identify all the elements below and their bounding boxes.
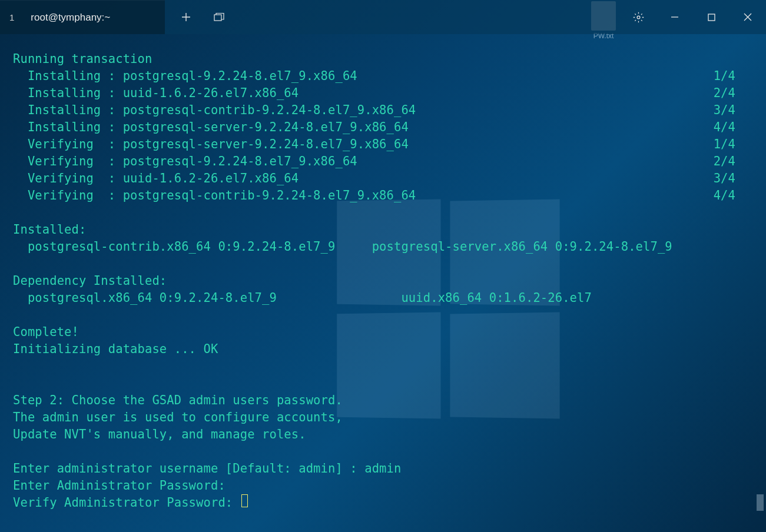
- install-label: Installing : postgresql-contrib-9.2.24-8…: [13, 102, 416, 119]
- install-label: Installing : postgresql-9.2.24-8.el7_9.x…: [13, 68, 357, 85]
- output-line: postgresql.x86_64 0:9.2.24-8.el7_9 uuid.…: [13, 290, 592, 307]
- install-progress: 1/4: [714, 68, 753, 85]
- output-line: Enter Administrator Password:: [13, 477, 226, 494]
- svg-point-1: [637, 16, 640, 19]
- output-line: Complete!: [13, 324, 79, 341]
- output-line: Enter administrator username [Default: a…: [13, 460, 401, 477]
- close-icon: [744, 13, 752, 21]
- install-row: Verifying : postgresql-contrib-9.2.24-8.…: [13, 187, 753, 204]
- install-row: Installing : postgresql-server-9.2.24-8.…: [13, 119, 753, 136]
- output-line: Dependency Installed:: [13, 272, 167, 290]
- tabs-icon: [214, 12, 224, 22]
- install-row: Verifying : uuid-1.6.2-26.el7.x86_643/4: [13, 170, 753, 187]
- output-line: Update NVT's manually, and manage roles.: [13, 426, 306, 443]
- install-progress: 1/4: [714, 136, 753, 153]
- install-progress: 3/4: [714, 170, 753, 187]
- scrollbar-thumb[interactable]: [757, 494, 764, 511]
- window-controls: [620, 0, 766, 34]
- install-row: Installing : uuid-1.6.2-26.el7.x86_642/4: [13, 85, 753, 102]
- install-row: Verifying : postgresql-server-9.2.24-8.e…: [13, 136, 753, 153]
- gear-icon: [633, 12, 644, 23]
- install-progress: 2/4: [714, 85, 753, 102]
- minimize-button[interactable]: [656, 0, 693, 34]
- output-line: Initializing database ... OK: [13, 341, 218, 358]
- svg-rect-0: [214, 15, 221, 21]
- install-row: Verifying : postgresql-9.2.24-8.el7_9.x8…: [13, 153, 753, 170]
- terminal-output[interactable]: Running transaction Installing : postgre…: [0, 34, 766, 523]
- titlebar-rest: [165, 0, 766, 34]
- install-progress: 4/4: [714, 119, 753, 136]
- install-progress: 2/4: [714, 153, 753, 170]
- output-line: Installed:: [13, 221, 86, 238]
- tab-title: root@tymphany:~: [31, 12, 110, 24]
- install-row: Installing : postgresql-contrib-9.2.24-8…: [13, 102, 753, 119]
- install-progress: 4/4: [714, 187, 753, 204]
- terminal-cursor: [241, 494, 248, 507]
- output-line: The admin user is used to configure acco…: [13, 409, 343, 426]
- close-button[interactable]: [729, 0, 766, 34]
- install-label: Verifying : postgresql-9.2.24-8.el7_9.x8…: [13, 153, 357, 170]
- maximize-button[interactable]: [693, 0, 729, 34]
- output-line: Step 2: Choose the GSAD admin users pass…: [13, 392, 343, 409]
- maximize-icon: [708, 14, 715, 21]
- output-line: Running transaction: [13, 51, 152, 68]
- minimize-icon: [671, 13, 679, 21]
- new-tab-button[interactable]: [170, 0, 203, 34]
- svg-rect-2: [708, 14, 715, 21]
- install-label: Installing : postgresql-server-9.2.24-8.…: [13, 119, 409, 136]
- output-line: postgresql-contrib.x86_64 0:9.2.24-8.el7…: [13, 238, 672, 255]
- settings-button[interactable]: [620, 0, 656, 34]
- terminal-tab[interactable]: 1 root@tymphany:~: [0, 0, 165, 34]
- install-progress: 3/4: [714, 102, 753, 119]
- plus-icon: [181, 12, 191, 22]
- tab-index: 1: [9, 12, 14, 22]
- install-row: Installing : postgresql-9.2.24-8.el7_9.x…: [13, 68, 753, 85]
- install-label: Verifying : postgresql-contrib-9.2.24-8.…: [13, 187, 416, 204]
- tab-actions: [165, 0, 236, 34]
- install-label: Verifying : uuid-1.6.2-26.el7.x86_64: [13, 170, 299, 187]
- install-label: Verifying : postgresql-server-9.2.24-8.e…: [13, 136, 409, 153]
- output-line: Verify Administrator Password:: [13, 494, 240, 511]
- tab-overview-button[interactable]: [203, 0, 236, 34]
- window-titlebar: 1 root@tymphany:~: [0, 0, 766, 34]
- install-label: Installing : uuid-1.6.2-26.el7.x86_64: [13, 85, 299, 102]
